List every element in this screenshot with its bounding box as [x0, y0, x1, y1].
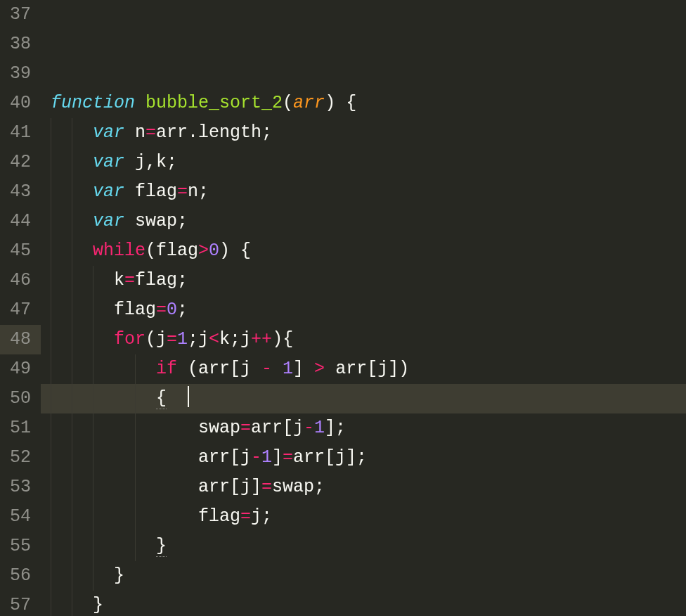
code-token: var: [93, 211, 124, 231]
code-token: 1: [283, 359, 293, 379]
code-token: [135, 93, 145, 113]
indent-guide: [135, 354, 136, 384]
code-token: =: [156, 300, 167, 320]
code-line[interactable]: arr[j]=swap;: [41, 473, 686, 502]
indent-guide: [51, 207, 51, 236]
line-number: 54: [6, 502, 31, 532]
code-token: swap;: [124, 211, 188, 231]
code-token: =: [167, 329, 177, 349]
code-token: >: [198, 240, 209, 261]
indent-guide: [51, 354, 51, 384]
code-token: (flag: [145, 240, 198, 261]
indent-guide: [72, 325, 72, 354]
code-token: (: [283, 93, 293, 113]
code-content[interactable]: function bubble_sort_2(arr) {var n=arr.l…: [41, 59, 686, 616]
indent-guide: [135, 502, 136, 532]
code-token: j;: [251, 506, 272, 527]
code-token: function: [51, 93, 135, 113]
line-number: 40: [6, 89, 31, 118]
indent-guide: [72, 532, 72, 561]
code-line[interactable]: k=flag;: [41, 266, 686, 295]
indent-guide: [93, 325, 93, 354]
code-line[interactable]: var n=arr.length;: [41, 118, 686, 148]
code-area[interactable]: function bubble_sort_2(arr) {var n=arr.l…: [41, 0, 686, 616]
code-line[interactable]: flag=j;: [41, 502, 686, 532]
code-token: }: [114, 565, 124, 586]
indent-guide: [51, 532, 51, 561]
code-token: var: [93, 152, 124, 172]
line-number: 42: [6, 148, 31, 177]
code-line[interactable]: arr[j-1]=arr[j];: [41, 443, 686, 473]
code-line[interactable]: var flag=n;: [41, 177, 686, 207]
indent-guide: [51, 591, 51, 616]
indent-guide: [51, 443, 51, 473]
indent-guide: [72, 295, 72, 325]
code-token: while: [93, 240, 145, 261]
code-token: -: [304, 418, 314, 438]
indent-guide: [93, 443, 93, 473]
line-number: 52: [6, 443, 31, 473]
code-line[interactable]: function bubble_sort_2(arr) {: [41, 89, 686, 118]
code-token: ) {: [219, 240, 251, 261]
indent-guide: [72, 118, 72, 148]
line-number: 57: [6, 591, 31, 616]
indent-guide: [51, 295, 51, 325]
line-number: 55: [6, 532, 31, 561]
code-token: =: [283, 447, 293, 468]
text-cursor: [188, 386, 189, 407]
line-number: 37: [6, 0, 31, 30]
code-line[interactable]: for(j=1;j<k;j++){: [41, 325, 686, 354]
code-token: (arr[j: [177, 359, 261, 379]
code-token: bubble_sort_2: [145, 93, 283, 113]
code-line[interactable]: swap=arr[j-1];: [41, 413, 686, 443]
code-token: -: [251, 447, 261, 468]
indent-guide: [93, 473, 93, 502]
code-token: ]: [293, 359, 314, 379]
code-line[interactable]: [41, 59, 686, 89]
line-number: 51: [6, 413, 31, 443]
indent-guide: [93, 266, 93, 295]
code-token: >: [314, 359, 325, 379]
code-token: {: [156, 388, 167, 409]
code-token: arr.length;: [156, 122, 272, 143]
code-token: 1: [177, 329, 188, 349]
code-line[interactable]: }: [41, 561, 686, 591]
line-number: 56: [6, 561, 31, 591]
code-line[interactable]: while(flag>0) {: [41, 236, 686, 266]
indent-guide: [93, 295, 93, 325]
code-token: arr[j: [251, 418, 304, 438]
code-line[interactable]: flag=0;: [41, 295, 686, 325]
code-line[interactable]: }: [41, 591, 686, 616]
indent-guide: [72, 266, 72, 295]
line-number: 46: [6, 266, 31, 295]
indent-guide: [72, 443, 72, 473]
code-line[interactable]: var j,k;: [41, 148, 686, 177]
code-line[interactable]: {: [41, 384, 686, 413]
indent-guide: [51, 236, 51, 266]
line-number: 53: [6, 473, 31, 502]
line-number: 43: [6, 177, 31, 207]
line-number: 50: [6, 384, 31, 413]
code-token: swap;: [272, 477, 325, 497]
code-line[interactable]: }: [41, 532, 686, 561]
code-token: arr[j];: [293, 447, 367, 468]
code-token: ];: [325, 418, 346, 438]
code-token: 1: [314, 418, 325, 438]
code-token: arr[j: [198, 447, 251, 468]
code-editor[interactable]: 3738394041424344454647484950515253545556…: [0, 0, 686, 616]
code-token: 1: [261, 447, 272, 468]
indent-guide: [51, 413, 51, 443]
code-token: n: [124, 122, 145, 143]
indent-guide: [72, 561, 72, 591]
line-number: 38: [6, 30, 31, 59]
code-token: 0: [209, 240, 219, 261]
indent-guide: [51, 473, 51, 502]
code-token: }: [93, 595, 103, 615]
indent-guide: [72, 591, 72, 616]
code-line[interactable]: var swap;: [41, 207, 686, 236]
code-token: var: [93, 122, 124, 143]
code-line[interactable]: if (arr[j - 1] > arr[j]): [41, 354, 686, 384]
code-token: [167, 388, 188, 409]
indent-guide: [51, 561, 51, 591]
code-token: =: [240, 506, 251, 527]
